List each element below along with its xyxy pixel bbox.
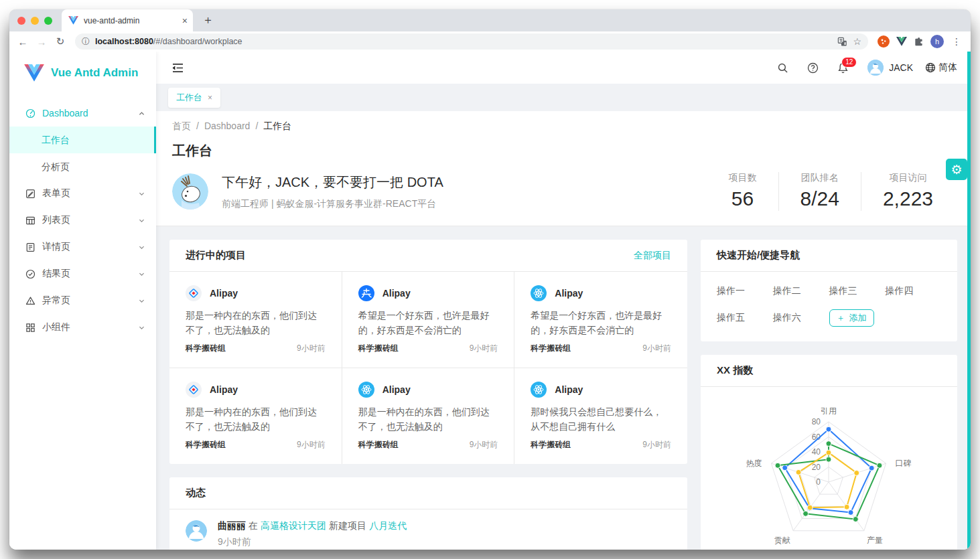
sidebar-item-detail[interactable]: 详情页 xyxy=(9,234,156,260)
user-avatar[interactable] xyxy=(867,60,884,76)
sidebar: Vue Antd Admin Dashboard工作台分析页表单页列表页详情页结… xyxy=(9,52,156,550)
form-icon xyxy=(25,189,36,199)
project-group-link[interactable]: 科学搬砖组 xyxy=(186,343,226,354)
add-button[interactable]: ＋添加 xyxy=(829,309,874,327)
back-button[interactable]: ← xyxy=(15,36,31,48)
notifications-bell-icon[interactable]: 12 xyxy=(828,62,858,74)
project-description: 那是一种内在的东西，他们到达不了，也无法触及的 xyxy=(358,404,498,434)
svg-text:40: 40 xyxy=(812,447,821,457)
username[interactable]: JACK xyxy=(889,62,913,73)
activity-item: 曲丽丽在高逼格设计天团新建项目八月迭代9小时前 xyxy=(169,509,687,550)
sidebar-subitem-analysis[interactable]: 分析页 xyxy=(9,153,156,180)
bookmark-star-icon[interactable]: ☆ xyxy=(853,36,861,47)
project-card[interactable]: Alipay那时候我只会想自己想要什么，从不想自己拥有什么科学搬砖组9小时前 xyxy=(514,368,687,464)
extension-icon[interactable] xyxy=(878,35,890,48)
url-text: localhost:8080/#/dashboard/workplace xyxy=(95,37,832,46)
sidebar-subitem-workplace[interactable]: 工作台 xyxy=(9,127,156,153)
quicknav-link-2[interactable]: 操作二 xyxy=(773,285,829,297)
address-bar[interactable]: ⓘ localhost:8080/#/dashboard/workplace ☆ xyxy=(75,33,868,50)
project-description: 希望是一个好东西，也许是最好的，好东西是不会消亡的 xyxy=(531,308,671,337)
sidebar-item-form[interactable]: 表单页 xyxy=(9,180,156,207)
tab-title: vue-antd-admin xyxy=(84,16,177,25)
project-group-link[interactable]: 科学搬砖组 xyxy=(186,439,226,451)
screenshot-background: vue-antd-admin × ＋ ← → ↻ ⓘ localhost:808… xyxy=(0,0,980,559)
project-time: 9小时前 xyxy=(642,343,671,354)
project-name[interactable]: Alipay xyxy=(210,288,238,299)
sidebar-item-result[interactable]: 结果页 xyxy=(9,260,156,287)
close-window-button[interactable] xyxy=(17,17,25,25)
page-tab-workplace[interactable]: 工作台 × xyxy=(168,88,220,108)
language-label: 简体 xyxy=(938,62,957,74)
table-icon xyxy=(25,216,36,226)
browser-tab-strip: vue-antd-admin × ＋ xyxy=(9,9,971,31)
profile-icon xyxy=(25,242,36,252)
svg-text:0: 0 xyxy=(816,477,821,487)
extensions-row: h ⋮ xyxy=(875,35,965,48)
project-card[interactable]: Alipay那是一种内在的东西，他们到达不了，也无法触及的科学搬砖组9小时前 xyxy=(342,368,515,464)
menu-fold-icon[interactable] xyxy=(172,63,184,73)
browser-tab[interactable]: vue-antd-admin × xyxy=(62,9,193,31)
extensions-puzzle-icon[interactable] xyxy=(914,37,924,47)
app-root: Vue Antd Admin Dashboard工作台分析页表单页列表页详情页结… xyxy=(9,52,971,550)
forward-button[interactable]: → xyxy=(33,36,50,48)
browser-profile-avatar[interactable]: h xyxy=(930,35,944,48)
settings-gear-button[interactable]: ⚙ xyxy=(946,159,967,180)
new-tab-button[interactable]: ＋ xyxy=(193,12,214,31)
site-info-icon[interactable]: ⓘ xyxy=(82,36,90,48)
stat-项目数: 项目数56 xyxy=(707,172,778,211)
quicknav-link-5[interactable]: 操作五 xyxy=(717,312,773,324)
sidebar-item-dashboard[interactable]: Dashboard xyxy=(9,100,156,127)
project-time: 9小时前 xyxy=(470,439,498,451)
breadcrumb-dashboard[interactable]: Dashboard xyxy=(204,121,251,131)
language-switch[interactable]: 简体 xyxy=(925,62,957,74)
vue-devtools-icon[interactable] xyxy=(896,37,907,46)
quicknav-link-3[interactable]: 操作三 xyxy=(829,285,886,297)
project-group-link[interactable]: 科学搬砖组 xyxy=(358,343,399,354)
quicknav-link-6[interactable]: 操作六 xyxy=(773,312,829,324)
activity-user[interactable]: 曲丽丽 xyxy=(218,520,246,531)
sidebar-item-widget[interactable]: 小组件 xyxy=(9,314,156,341)
app-logo[interactable]: Vue Antd Admin xyxy=(9,57,156,89)
notification-count-badge: 12 xyxy=(841,57,857,68)
quicknav-link-1[interactable]: 操作一 xyxy=(717,285,773,297)
activity-group-link[interactable]: 高逼格设计天团 xyxy=(261,520,326,531)
activity-object-link[interactable]: 八月迭代 xyxy=(369,520,407,531)
translate-icon[interactable] xyxy=(837,37,847,47)
greeting-title: 下午好，JACK，要不要打一把 DOTA xyxy=(222,173,707,191)
page-title: 工作台 xyxy=(172,142,955,160)
minimize-window-button[interactable] xyxy=(31,17,39,25)
svg-text:热度: 热度 xyxy=(746,459,762,468)
all-projects-link[interactable]: 全部项目 xyxy=(634,250,671,262)
project-card[interactable]: Alipay那是一种内在的东西，他们到达不了，也无法触及的科学搬砖组9小时前 xyxy=(169,272,342,368)
sidebar-item-exception[interactable]: 异常页 xyxy=(9,287,156,314)
search-icon[interactable] xyxy=(768,62,798,74)
breadcrumb-home[interactable]: 首页 xyxy=(172,121,191,131)
project-name[interactable]: Alipay xyxy=(555,288,583,299)
project-card[interactable]: Alipay那是一种内在的东西，他们到达不了，也无法触及的科学搬砖组9小时前 xyxy=(169,368,342,464)
project-name[interactable]: Alipay xyxy=(382,384,411,395)
svg-text:产量: 产量 xyxy=(867,536,883,545)
tab-close-icon[interactable]: × xyxy=(208,93,212,102)
project-card[interactable]: Alipay希望是一个好东西，也许是最好的，好东西是不会消亡的科学搬砖组9小时前 xyxy=(514,272,687,368)
help-icon[interactable] xyxy=(798,62,828,74)
greeting-avatar xyxy=(172,173,208,210)
browser-menu-icon[interactable]: ⋮ xyxy=(951,36,963,47)
chevron-down-icon xyxy=(138,324,145,331)
breadcrumb: 首页/Dashboard/工作台 xyxy=(172,121,955,133)
tab-close-icon[interactable]: × xyxy=(182,15,188,26)
widget-icon xyxy=(25,323,36,333)
project-name[interactable]: Alipay xyxy=(382,288,411,299)
project-card[interactable]: Alipay希望是一个好东西，也许是最好的，好东西是不会消亡的科学搬砖组9小时前 xyxy=(342,272,515,368)
svg-text:20: 20 xyxy=(812,463,821,472)
refresh-button[interactable]: ↻ xyxy=(52,35,68,48)
quicknav-link-4[interactable]: 操作四 xyxy=(885,285,941,297)
project-group-link[interactable]: 科学搬砖组 xyxy=(358,439,399,451)
project-name[interactable]: Alipay xyxy=(555,384,583,395)
project-group-link[interactable]: 科学搬砖组 xyxy=(531,439,571,451)
sidebar-item-list[interactable]: 列表页 xyxy=(9,207,156,234)
project-time: 9小时前 xyxy=(297,439,326,451)
warning-icon xyxy=(25,296,36,306)
maximize-window-button[interactable] xyxy=(44,17,52,25)
project-name[interactable]: Alipay xyxy=(210,384,238,395)
project-group-link[interactable]: 科学搬砖组 xyxy=(531,343,571,354)
